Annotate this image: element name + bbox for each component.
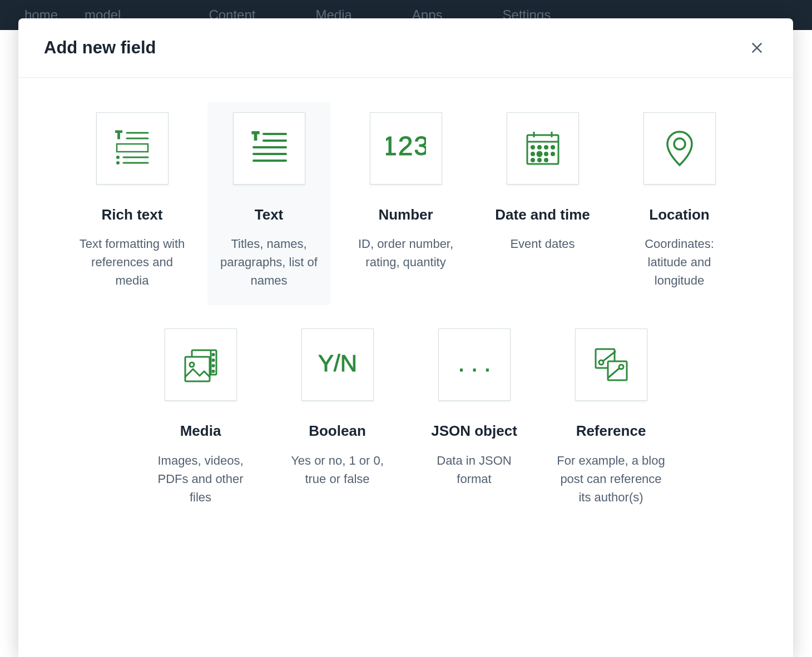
field-option-reference[interactable]: Reference For example, a blog post can r… xyxy=(549,318,673,521)
reference-icon xyxy=(575,328,647,401)
rich-text-icon: T xyxy=(96,112,169,185)
svg-point-37 xyxy=(212,365,214,367)
svg-point-31 xyxy=(544,159,547,162)
svg-point-21 xyxy=(531,146,534,149)
svg-text:Y/N: Y/N xyxy=(318,350,357,376)
field-desc: For example, a blog post can reference i… xyxy=(556,451,666,506)
text-icon: T xyxy=(233,112,305,185)
field-title: Number xyxy=(351,205,461,225)
field-option-rich-text[interactable]: T Rich text Text formatting with referen… xyxy=(71,102,194,305)
field-option-date-time[interactable]: Date and time Event dates xyxy=(481,102,605,305)
field-title: Rich text xyxy=(77,205,187,225)
field-desc: Yes or no, 1 or 0, true or false xyxy=(283,451,393,488)
field-title: Location xyxy=(625,205,735,225)
svg-point-28 xyxy=(551,153,554,156)
svg-point-26 xyxy=(537,152,542,156)
svg-point-30 xyxy=(538,159,541,162)
field-option-boolean[interactable]: Y/N Boolean Yes or no, 1 or 0, true or f… xyxy=(276,318,399,521)
close-icon xyxy=(750,41,764,55)
svg-point-24 xyxy=(551,146,554,149)
location-pin-icon xyxy=(643,112,716,185)
svg-text:{ . . . }: { . . . } xyxy=(454,350,494,376)
field-title: Text xyxy=(214,205,324,225)
field-desc: Data in JSON format xyxy=(419,451,529,488)
field-title: JSON object xyxy=(419,421,529,441)
field-title: Media xyxy=(146,421,256,441)
json-icon: { . . . } xyxy=(438,328,511,401)
modal-body: T Rich text Text formatting with referen… xyxy=(18,78,793,657)
field-desc: Images, videos, PDFs and other files xyxy=(146,451,256,506)
field-option-media[interactable]: Media Images, videos, PDFs and other fil… xyxy=(139,318,263,521)
svg-point-36 xyxy=(212,360,214,361)
svg-point-23 xyxy=(544,146,547,149)
field-desc: Coordinates: latitude and longitude xyxy=(625,235,735,290)
modal-header: Add new field xyxy=(18,18,793,78)
svg-point-27 xyxy=(544,153,547,156)
field-option-text[interactable]: T Text Titles, names, paragraphs, list o… xyxy=(207,102,331,305)
svg-point-44 xyxy=(599,360,603,365)
boolean-icon: Y/N xyxy=(301,328,374,401)
svg-point-8 xyxy=(117,162,118,164)
svg-point-25 xyxy=(531,153,534,156)
close-button[interactable] xyxy=(746,37,768,58)
field-title: Boolean xyxy=(283,421,393,441)
svg-point-35 xyxy=(212,354,214,356)
svg-point-38 xyxy=(212,371,214,372)
svg-point-22 xyxy=(538,146,541,149)
svg-point-6 xyxy=(117,157,118,158)
modal-title: Add new field xyxy=(44,38,156,58)
svg-point-32 xyxy=(674,138,685,150)
field-desc: Event dates xyxy=(488,235,598,253)
svg-text:123: 123 xyxy=(386,131,426,161)
field-title: Reference xyxy=(556,421,666,441)
svg-rect-5 xyxy=(117,144,148,152)
svg-rect-39 xyxy=(185,357,210,381)
field-option-number[interactable]: 123 Number ID, order number, rating, qua… xyxy=(344,102,468,305)
svg-text:T: T xyxy=(116,130,123,141)
field-option-location[interactable]: Location Coordinates: latitude and longi… xyxy=(618,102,741,305)
svg-point-29 xyxy=(531,159,534,162)
media-icon xyxy=(165,328,237,401)
field-desc: Titles, names, paragraphs, list of names xyxy=(214,235,324,290)
svg-text:T: T xyxy=(252,131,260,142)
number-icon: 123 xyxy=(370,112,442,185)
calendar-icon xyxy=(507,112,579,185)
field-desc: ID, order number, rating, quantity xyxy=(351,235,461,271)
field-desc: Text formatting with references and medi… xyxy=(77,235,187,290)
field-option-json[interactable]: { . . . } JSON object Data in JSON forma… xyxy=(413,318,536,521)
add-field-modal: Add new field T Rich text xyxy=(18,18,793,657)
field-title: Date and time xyxy=(488,205,598,225)
